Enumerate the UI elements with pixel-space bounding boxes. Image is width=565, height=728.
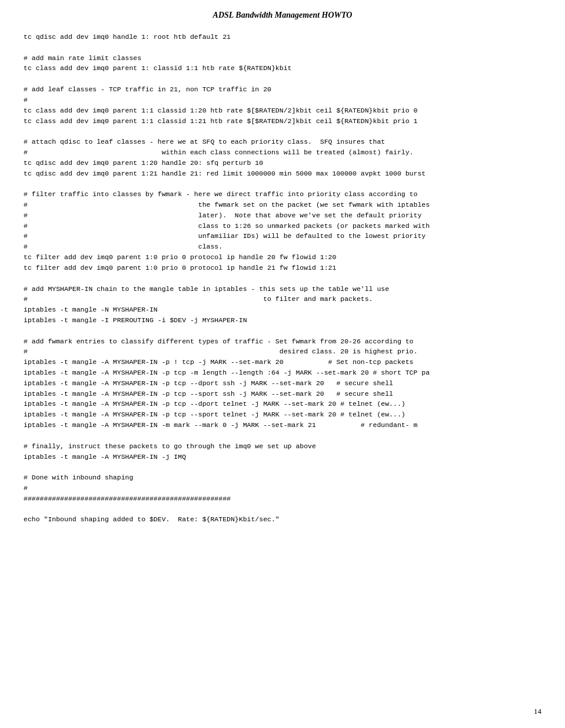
page-content: tc qdisc add dev imq0 handle 1: root htb… <box>0 26 565 548</box>
header-title: ADSL Bandwidth Management HOWTO <box>213 11 353 19</box>
page-header: ADSL Bandwidth Management HOWTO <box>0 0 565 26</box>
code-block: tc qdisc add dev imq0 handle 1: root htb… <box>24 32 541 525</box>
page-number: 14 <box>534 707 541 716</box>
page-footer: 14 <box>534 707 541 716</box>
